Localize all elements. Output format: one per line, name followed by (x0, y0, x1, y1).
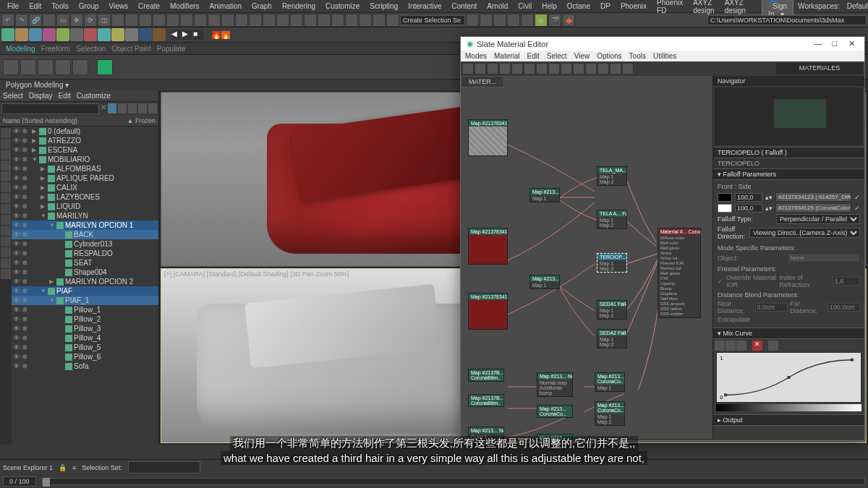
sme-tool-icon[interactable] (487, 63, 498, 74)
tool-icon[interactable] (480, 14, 493, 27)
outliner-row[interactable]: 👁❄▶ESCENA (12, 145, 158, 155)
tool-icon[interactable] (304, 14, 317, 27)
tool-icon[interactable] (221, 14, 234, 27)
tool-icon[interactable] (318, 14, 331, 27)
curve-delete-icon[interactable]: ✕ (752, 341, 762, 351)
plugin-icon[interactable] (139, 28, 152, 41)
move-icon[interactable]: ✥ (70, 14, 83, 27)
outliner-row[interactable]: 👁❄▶MARILYN OPCION 2 (12, 277, 158, 286)
material-editor-icon[interactable]: ◉ (535, 14, 548, 27)
menu-dp[interactable]: DP (596, 2, 615, 10)
outliner-row[interactable]: 👁❄SEAT (12, 258, 158, 267)
filter-light-icon[interactable] (1, 150, 11, 160)
workspace-dropdown[interactable]: Default (844, 2, 868, 10)
menu-axyz1[interactable]: AXYZ design (689, 0, 718, 14)
tab-objectpaint[interactable]: Object Paint (111, 45, 150, 53)
outliner-row[interactable]: 👁❄▼PIAF_1 (12, 296, 158, 305)
sme-navigator[interactable] (715, 87, 863, 145)
tool-icon[interactable] (276, 14, 289, 27)
sme-tool-icon[interactable] (475, 63, 486, 74)
filter-helper-icon[interactable] (1, 171, 11, 181)
menu-interactive[interactable]: Interactive (404, 2, 446, 10)
play-prev-icon[interactable]: ◀ (171, 30, 182, 40)
plugin-icon[interactable] (15, 28, 28, 41)
unlink-icon[interactable] (43, 14, 56, 27)
menu-animation[interactable]: Animation (205, 2, 246, 10)
menu-octane[interactable]: Octane (563, 2, 595, 10)
sme-tool-icon[interactable] (585, 63, 597, 74)
filter-misc-icon[interactable] (1, 215, 11, 225)
falloff-dir-dropdown[interactable]: Viewing Directi..(Camera Z-Axis) (749, 228, 860, 238)
tool-icon[interactable] (235, 14, 248, 27)
sme-tool-icon[interactable] (524, 63, 535, 74)
ribbon-toggle-icon[interactable] (97, 59, 113, 75)
outliner-row[interactable]: 👁❄▼MARILYN (12, 211, 158, 221)
sme-menu-options[interactable]: Options (597, 52, 621, 60)
subobj-border-icon[interactable] (38, 59, 54, 75)
menu-help[interactable]: Help (537, 2, 561, 10)
filter-space-icon[interactable] (1, 182, 11, 192)
side-map-button[interactable]: #2137834125 (CoronaColorCorr (775, 203, 851, 213)
curve-move-icon[interactable] (715, 341, 725, 351)
column-frozen[interactable]: ▲ Frozen (127, 117, 156, 124)
node-mix[interactable]: Map #213...CoronaCo..Map 1Map 2 (595, 401, 625, 426)
menu-file[interactable]: File (3, 2, 23, 10)
menu-phoenixfd[interactable]: Phoenix FD (652, 0, 687, 14)
front-value-input[interactable] (735, 193, 762, 202)
filter-misc-icon[interactable] (1, 226, 11, 236)
minimize-icon[interactable]: — (811, 39, 825, 48)
sme-tool-icon[interactable] (610, 63, 621, 74)
node-bitmap[interactable]: Map #2137B...CoronaBitm.. (468, 394, 504, 407)
plugin-icon[interactable] (1, 28, 14, 41)
project-path-field[interactable] (707, 15, 867, 25)
explorer-edit[interactable]: Edit (59, 92, 71, 100)
filter4-icon[interactable] (148, 103, 157, 114)
menu-customize[interactable]: Customize (321, 2, 364, 10)
menu-scripting[interactable]: Scripting (365, 2, 402, 10)
subobj-poly-icon[interactable] (55, 59, 71, 75)
sme-pick-icon[interactable] (462, 63, 474, 74)
menu-modifiers[interactable]: Modifiers (166, 2, 204, 10)
sme-menu-tools[interactable]: Tools (629, 52, 646, 60)
scale-icon[interactable]: ◫ (98, 14, 111, 27)
plugin-icon[interactable] (125, 28, 138, 41)
node-normal[interactable]: Map #213... Normal mapNormal mapAddition… (537, 372, 573, 397)
outliner-row[interactable]: 👁❄Pillow_5 (12, 343, 158, 352)
node-bitmap[interactable]: Map #2137834135 CoronaBitmap (468, 293, 508, 330)
outliner-row[interactable]: 👁❄Pillow_2 (12, 314, 158, 324)
filter-shape-icon[interactable] (1, 139, 11, 149)
front-map-button[interactable]: #2137834123 ( 614257_Diffuse.) (775, 192, 851, 202)
render-setup-icon[interactable]: 🎬 (548, 14, 561, 27)
filter-misc-icon[interactable] (1, 236, 11, 247)
play-icon[interactable]: ▶ (182, 30, 192, 40)
outliner-row[interactable]: 👁❄▶LIQUID (12, 202, 158, 211)
outliner-row[interactable]: 👁❄▶APLIQUE PARED (12, 174, 158, 183)
plugin-icon[interactable] (98, 28, 111, 41)
tool-icon[interactable] (359, 14, 372, 27)
sme-tool-icon[interactable] (573, 63, 584, 74)
node-falloff-tela[interactable]: TELA_MA... FalloffMap 1Map 2 (597, 166, 627, 186)
graph-view-tab[interactable]: MATER... (461, 76, 504, 87)
stop-icon[interactable]: ■ (193, 30, 203, 40)
sme-tool-icon[interactable] (622, 63, 634, 74)
color-swatch-side[interactable] (718, 204, 732, 213)
curve-reset-icon[interactable] (768, 341, 778, 351)
tool-icon[interactable] (373, 14, 386, 27)
menu-content[interactable]: Content (447, 2, 481, 10)
link-icon[interactable]: 🔗 (29, 14, 42, 27)
explorer-select[interactable]: Select (3, 92, 23, 100)
explorer-search-input[interactable] (1, 103, 99, 114)
curve-add-icon[interactable] (736, 341, 746, 351)
menu-group[interactable]: Group (75, 2, 103, 10)
outliner-row[interactable]: 👁❄▶ALFOMBRAS (12, 164, 158, 174)
tool-icon[interactable] (194, 14, 207, 27)
tool-icon[interactable] (125, 14, 138, 27)
node-colorcorrect[interactable]: Map #213... CoronaCo...Map 1 (529, 275, 560, 289)
plugin-icon[interactable] (111, 28, 124, 41)
viewport-label[interactable]: [+] [CAMARA] [Standard] [Default Shading… (164, 270, 349, 278)
tool-icon[interactable] (331, 14, 344, 27)
plugin-icon[interactable] (29, 28, 42, 41)
tool-icon[interactable] (466, 14, 479, 27)
tab-populate[interactable]: Populate (157, 45, 185, 53)
node-falloff-terciopelo[interactable]: TERCIOP... FalloffMap 1Map 2 (597, 253, 627, 273)
